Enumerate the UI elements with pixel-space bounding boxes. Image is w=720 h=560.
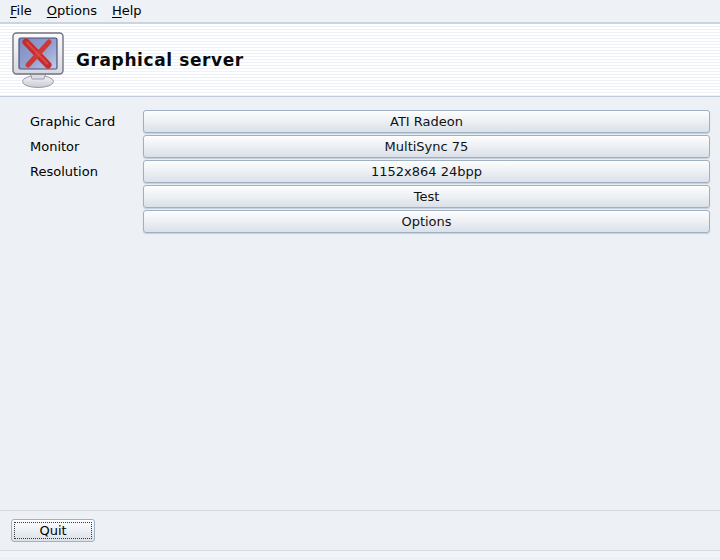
menu-help[interactable]: Help [106,0,151,22]
menu-options[interactable]: Options [41,0,106,22]
header-banner: Graphical server [0,24,720,97]
bottom-strip [0,550,720,557]
menu-options-accel: O [47,3,57,18]
graphic-card-button[interactable]: ATI Radeon [143,110,710,133]
options-button[interactable]: Options [143,210,710,233]
page-title: Graphical server [76,50,244,70]
monitor-button[interactable]: MultiSync 75 [143,135,710,158]
resolution-label: Resolution [30,160,143,183]
test-button[interactable]: Test [143,185,710,208]
menu-file[interactable]: File [4,0,41,22]
menu-help-accel: H [112,3,122,18]
quit-button[interactable]: Quit [11,519,95,542]
x-server-monitor-icon [12,32,65,89]
menu-help-rest: elp [122,3,142,18]
footer-bar: Quit [0,510,720,550]
menu-bar: File Options Help [0,0,720,24]
menu-file-rest: ile [17,3,32,18]
monitor-label: Monitor [30,135,143,158]
menu-options-rest: ptions [57,3,97,18]
graphic-card-label: Graphic Card [30,110,143,133]
resolution-button[interactable]: 1152x864 24bpp [143,160,710,183]
settings-rows: Graphic Card ATI Radeon Monitor MultiSyn… [30,110,710,233]
main-content: Graphic Card ATI Radeon Monitor MultiSyn… [0,97,720,510]
